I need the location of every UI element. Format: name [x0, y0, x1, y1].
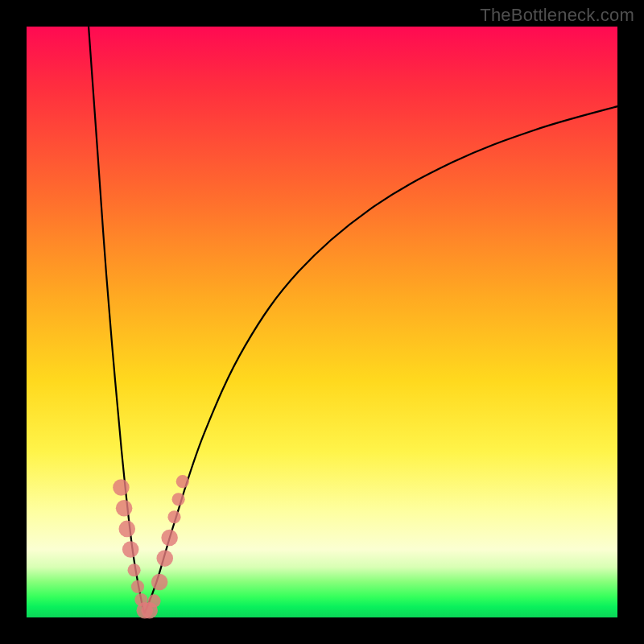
curve-left-branch: [89, 27, 145, 613]
chart-frame: TheBottleneck.com: [0, 0, 644, 644]
data-marker: [151, 574, 168, 591]
data-marker: [161, 530, 178, 547]
data-markers-group: [113, 475, 189, 618]
data-marker: [116, 500, 133, 517]
data-marker: [128, 564, 141, 576]
data-marker: [119, 521, 136, 538]
data-marker: [176, 475, 189, 488]
data-marker: [122, 541, 139, 558]
data-marker: [156, 550, 173, 567]
chart-overlay-svg: [27, 27, 617, 617]
data-marker: [167, 510, 180, 523]
data-marker: [113, 479, 130, 496]
curve-right-branch: [145, 106, 617, 613]
data-marker: [131, 580, 144, 593]
watermark-text: TheBottleneck.com: [480, 5, 634, 26]
data-marker: [172, 493, 185, 506]
data-marker: [147, 594, 160, 607]
